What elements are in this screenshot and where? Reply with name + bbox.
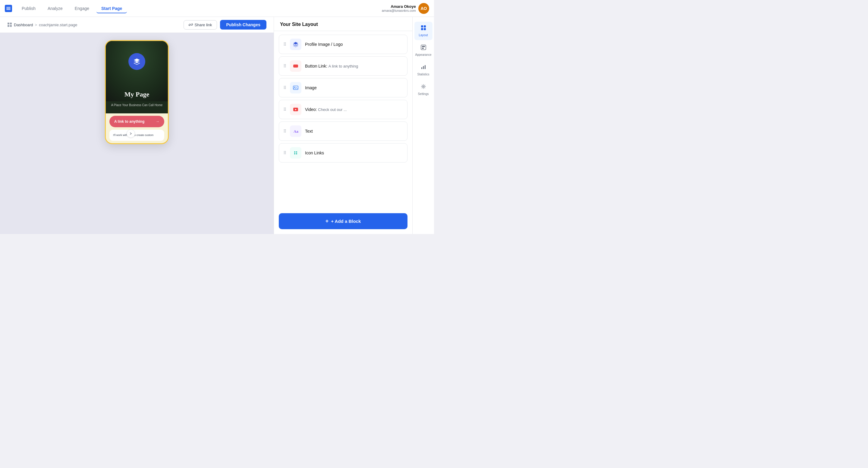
button-link-item-label: Button Link: A link to anything [305,64,358,68]
app-logo [5,5,12,12]
collapse-toggle[interactable] [127,129,135,138]
youtube-icon [293,107,299,113]
publish-changes-button[interactable]: Publish Changes [220,20,267,30]
phone-page-title: My Page [106,90,168,98]
drag-handle: ⠿ [283,64,286,68]
breadcrumb: Dashboard > coachjamie.start.page [7,22,77,27]
nav-engage[interactable]: Engage [70,4,94,13]
layout-item-profile[interactable]: ⠿ Profile Image / Logo [279,35,407,54]
drag-handle: ⠿ [283,129,286,134]
avatar[interactable]: AO [418,3,429,14]
svg-point-13 [296,153,297,154]
svg-rect-19 [422,46,425,47]
svg-rect-18 [421,45,426,50]
icon-links-icon-bg [290,147,301,158]
sidebar-appearance-btn[interactable]: Appearance [414,41,433,60]
layout-label: Layout [418,33,428,37]
video-icon-bg [290,104,301,115]
plus-icon: + [326,218,329,224]
layout-item-video[interactable]: ⠿ Video: Check out our ... [279,100,407,119]
layers-icon [293,41,299,47]
drag-handle: ⠿ [283,85,286,90]
svg-rect-15 [424,25,426,27]
appearance-label: Appearance [415,53,432,57]
content-area: Dashboard > coachjamie.start.page Share … [0,17,434,234]
user-info: Amara Okoye amara@lunasnkrs.com [382,4,416,12]
button-link-icon-bg [290,60,301,72]
svg-rect-23 [425,65,426,69]
sidebar-layout-btn[interactable]: Layout [414,22,433,40]
user-profile: Amara Okoye amara@lunasnkrs.com AO [382,3,429,14]
video-item-label: Video: Check out our ... [305,107,347,112]
svg-rect-16 [421,28,423,30]
svg-rect-22 [423,66,424,69]
phone-page-subtitle: A Place Your Business Can Call Home [106,103,168,107]
text-aa-icon: Aa [293,128,299,134]
settings-label: Settings [418,92,429,96]
text-icon-bg: Aa [290,125,301,137]
panel-header: Your Site Layout [274,17,412,31]
breadcrumb-dashboard[interactable]: Dashboard [14,23,33,27]
profile-icon-bg [290,38,301,50]
top-nav: Publish Analyze Engage Start Page Amara … [0,0,434,17]
layout-item-text[interactable]: ⠿ Aa Text [279,121,407,141]
phone-text-card: I'll work with you to create custom [110,130,164,141]
phone-header: My Page A Place Your Business Can Call H… [106,41,168,113]
layout-item-image[interactable]: ⠿ Image [279,78,407,97]
statistics-icon [421,64,427,71]
phone-logo [128,53,145,70]
grid-dots-icon [293,150,299,156]
buffer-layers-icon [133,57,141,66]
phone-link-button[interactable]: A link to anything → [110,116,164,127]
main-area: Dashboard > coachjamie.start.page Share … [0,17,274,234]
link-icon [189,23,193,27]
panel-content: ⠿ Profile Image / Logo ⠿ [274,31,412,211]
profile-item-label: Profile Image / Logo [305,42,343,47]
text-item-label: Text [305,129,313,134]
svg-point-12 [294,153,296,154]
drag-handle: ⠿ [283,150,286,155]
phone-leaves-background [106,41,168,113]
image-icon [293,85,299,91]
svg-point-24 [423,86,424,87]
svg-rect-17 [424,28,426,30]
drag-handle: ⠿ [283,107,286,112]
add-block-button[interactable]: + + Add a Block [279,213,407,229]
breadcrumb-actions: Share link Publish Changes [184,20,267,30]
icon-links-item-label: Icon Links [305,150,324,155]
grid-icon [7,22,12,27]
layout-item-icon-links[interactable]: ⠿ Icon Links [279,143,407,163]
settings-icon [421,84,427,91]
svg-rect-4 [10,25,12,27]
svg-rect-2 [10,23,12,24]
sidebar-settings-btn[interactable]: Settings [414,81,433,99]
layout-item-button-link[interactable]: ⠿ Button Link: A link to anything [279,56,407,76]
svg-rect-5 [293,64,298,67]
nav-start-page[interactable]: Start Page [96,4,127,13]
breadcrumb-bar: Dashboard > coachjamie.start.page Share … [0,17,274,33]
share-link-button[interactable]: Share link [184,20,217,30]
phone-mockup: My Page A Place Your Business Can Call H… [105,40,169,144]
chevron-right-icon [129,132,132,135]
breadcrumb-separator: > [35,23,37,27]
panel-title: Your Site Layout [280,22,406,27]
svg-rect-21 [421,67,422,69]
statistics-label: Statistics [417,73,429,76]
preview-area: My Page A Place Your Business Can Call H… [0,33,274,234]
far-right-sidebar: Layout Appearance Statistics [412,17,434,234]
image-icon-bg [290,82,301,93]
site-layout-panel: Your Site Layout ⠿ Profile Image / Logo … [274,17,412,234]
link-square-icon [293,63,299,69]
appearance-icon [421,44,427,52]
user-name: Amara Okoye [382,4,416,9]
svg-rect-1 [7,23,9,24]
nav-analyze[interactable]: Analyze [43,4,67,13]
breadcrumb-current: coachjamie.start.page [39,23,77,27]
image-item-label: Image [305,85,317,90]
svg-rect-14 [421,25,423,27]
svg-rect-3 [7,25,9,27]
user-email: amara@lunasnkrs.com [382,9,416,12]
nav-publish[interactable]: Publish [17,4,40,13]
svg-text:Aa: Aa [293,129,299,134]
sidebar-statistics-btn[interactable]: Statistics [414,61,433,79]
